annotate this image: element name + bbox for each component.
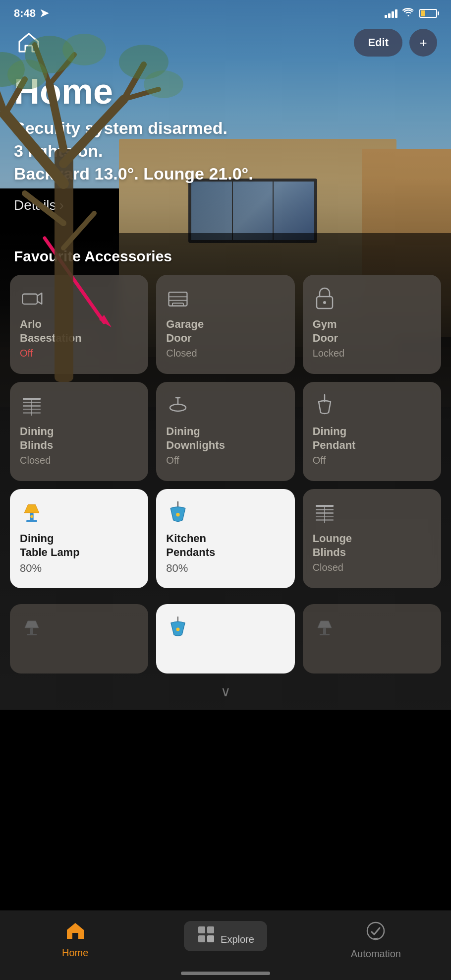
downlight-icon	[166, 394, 190, 418]
svg-rect-52	[27, 634, 37, 635]
svg-rect-59	[207, 926, 214, 933]
edit-button[interactable]: Edit	[354, 29, 402, 57]
lights-status: 3 lights on.	[14, 141, 103, 160]
lock-icon	[313, 287, 337, 310]
accessory-tile-dining-downlights[interactable]: Dining Downlights Off	[156, 382, 294, 481]
home-indicator	[181, 972, 270, 975]
section-title: Favourite Accessories	[10, 248, 441, 265]
partial-tile-3[interactable]	[303, 604, 441, 674]
svg-rect-51	[30, 628, 33, 635]
accessory-tile-dining-blinds[interactable]: Dining Blinds Closed	[10, 382, 148, 481]
accessory-name-dining-table-lamp: Dining Table Lamp	[20, 532, 138, 560]
accessory-tile-dining-table-lamp[interactable]: Dining Table Lamp 80%	[10, 489, 148, 588]
explore-tab-label: Explore	[221, 934, 254, 945]
svg-point-62	[367, 922, 384, 939]
home-tab-icon	[65, 921, 85, 944]
home-nav-icon[interactable]	[14, 28, 44, 58]
svg-rect-20	[23, 294, 38, 304]
accessory-tile-arlo-basestation[interactable]: Arlo Basestation Off	[10, 275, 148, 374]
tab-home[interactable]: Home	[0, 921, 150, 959]
hero-section: Home Security system disarmed. 3 lights …	[0, 65, 451, 213]
svg-point-43	[176, 513, 180, 516]
svg-marker-50	[25, 621, 39, 628]
signal-indicator	[385, 9, 397, 18]
accessory-status-dining-pendant: Off	[313, 455, 431, 466]
partial-tile-1[interactable]	[10, 604, 148, 674]
accessory-status-lounge-blinds: Closed	[313, 562, 431, 573]
security-status: Security system disarmed.	[14, 119, 227, 137]
garage-icon	[166, 287, 190, 310]
accessory-name-gym: Gym Door	[313, 317, 431, 346]
accessory-tile-garage-door[interactable]: Garage Door Closed	[156, 275, 294, 374]
accessory-name-arlo: Arlo Basestation	[20, 317, 138, 346]
svg-rect-40	[26, 520, 37, 522]
svg-marker-38	[24, 504, 39, 513]
partial-tile-2[interactable]	[156, 604, 294, 674]
pendant-icon	[313, 394, 337, 418]
automation-tab-label: Automation	[351, 948, 401, 960]
add-button[interactable]: +	[409, 29, 437, 57]
accessory-status-dining-downlights: Off	[166, 455, 284, 466]
partial-lamp-icon-2	[313, 616, 337, 640]
svg-rect-57	[320, 634, 330, 635]
svg-marker-21	[37, 293, 42, 304]
svg-rect-56	[323, 628, 326, 635]
tab-bar: Home Explore	[0, 911, 451, 980]
kitchen-pendant-icon	[166, 501, 190, 525]
partial-lamp-icon	[20, 616, 44, 640]
wifi-icon	[402, 8, 414, 19]
partial-accessories-row	[0, 596, 451, 674]
time-display: 8:48	[14, 7, 36, 20]
accessory-name-dining-downlights: Dining Downlights	[166, 425, 284, 453]
nav-bar: Edit +	[0, 24, 451, 65]
accessory-tile-lounge-blinds[interactable]: Lounge Blinds Closed	[303, 489, 441, 588]
blinds-icon	[20, 394, 44, 418]
lounge-blinds-icon	[313, 501, 337, 525]
svg-point-27	[323, 301, 326, 304]
svg-rect-25	[172, 303, 183, 306]
accessory-status-arlo: Off	[20, 348, 138, 359]
svg-rect-61	[207, 935, 214, 942]
svg-rect-60	[198, 935, 205, 942]
svg-point-41	[30, 515, 33, 518]
hero-subtitle: Security system disarmed. 3 lights on. B…	[14, 117, 437, 185]
accessory-status-gym: Locked	[313, 348, 431, 359]
status-bar: 8:48 ➤	[0, 0, 451, 24]
tab-explore[interactable]: Explore	[150, 921, 300, 951]
accessory-status-dining-blinds: Closed	[20, 455, 138, 466]
home-tab-label: Home	[62, 947, 88, 959]
accessory-status-dining-table-lamp: 80%	[20, 562, 138, 575]
accessories-section: Favourite Accessories	[0, 248, 451, 265]
svg-rect-58	[198, 926, 205, 933]
location-icon: ➤	[40, 7, 49, 20]
camera-icon	[20, 287, 44, 310]
tab-automation[interactable]: Automation	[301, 921, 451, 960]
explore-tab-icon	[197, 926, 221, 947]
svg-rect-22	[169, 292, 187, 306]
temp-status: Backyard 13.0°. Lounge 21.0°.	[14, 164, 253, 183]
svg-point-34	[170, 404, 186, 411]
svg-marker-55	[318, 621, 332, 628]
accessory-status-garage: Closed	[166, 348, 284, 359]
accessory-status-kitchen-pendants: 80%	[166, 562, 284, 575]
lamp-icon	[20, 501, 44, 525]
accessory-name-kitchen-pendants: Kitchen Pendants	[166, 532, 284, 560]
accessory-name-garage: Garage Door	[166, 317, 284, 346]
details-link[interactable]: Details ›	[14, 197, 437, 213]
svg-point-54	[176, 627, 180, 631]
scroll-indicator: ∨	[0, 674, 451, 710]
accessory-tile-dining-pendant[interactable]: Dining Pendant Off	[303, 382, 441, 481]
accessory-tile-gym-door[interactable]: Gym Door Locked	[303, 275, 441, 374]
accessory-name-lounge-blinds: Lounge Blinds	[313, 532, 431, 560]
accessory-name-dining-blinds: Dining Blinds	[20, 425, 138, 453]
battery-indicator	[419, 9, 437, 18]
partial-pendant-icon	[166, 616, 190, 640]
page-title: Home	[14, 73, 437, 109]
accessory-tile-kitchen-pendants[interactable]: Kitchen Pendants 80%	[156, 489, 294, 588]
accessory-name-dining-pendant: Dining Pendant	[313, 425, 431, 453]
automation-tab-icon	[366, 921, 386, 945]
